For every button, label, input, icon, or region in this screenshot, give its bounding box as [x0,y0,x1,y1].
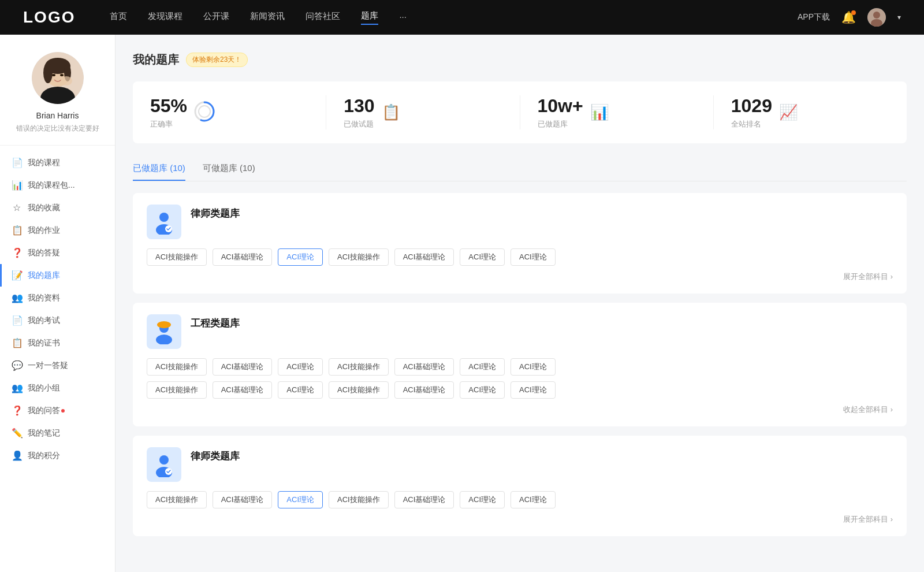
done-banks-value: 10w+ [538,95,583,117]
sidebar-item-favorites[interactable]: ☆ 我的收藏 [0,196,115,219]
tag-1-7[interactable]: ACI技能操作 [147,381,207,399]
tag-2-4[interactable]: ACI基础理论 [394,491,454,508]
tag-2-5[interactable]: ACI理论 [460,491,505,508]
favorites-icon: ☆ [12,202,22,213]
qbank-icon-lawyer-0 [147,205,181,239]
tag-1-5[interactable]: ACI理论 [460,358,505,376]
tag-1-4[interactable]: ACI基础理论 [394,358,454,376]
tag-2-6[interactable]: ACI理论 [511,491,556,508]
tag-1-1[interactable]: ACI基础理论 [213,358,273,376]
sidebar-item-qbank[interactable]: 📝 我的题库 [0,264,115,287]
svg-point-14 [199,106,210,117]
notes-icon: ✏️ [12,428,22,439]
qbank-header-2: 律师类题库 [147,447,893,482]
courses-icon: 📄 [12,157,22,168]
group-icon: 👥 [12,382,22,393]
qbank-item-0: 律师类题库 ACI技能操作 ACI基础理论 ACI理论 ACI技能操作 ACI基… [133,193,907,294]
tag-1-9[interactable]: ACI理论 [278,381,323,399]
exam-icon: 📄 [12,315,22,326]
qbank-tabs: 已做题库 (10) 可做题库 (10) [133,157,907,181]
qbank-title-2: 律师类题库 [191,447,240,463]
sidebar-item-my-qa[interactable]: ❓ 我的问答 [0,399,115,422]
nav-qa[interactable]: 问答社区 [305,11,340,24]
tab-done[interactable]: 已做题库 (10) [133,157,185,181]
course-package-icon: 📊 [12,180,22,191]
tag-1-12[interactable]: ACI理论 [460,381,505,399]
tag-0-4[interactable]: ACI基础理论 [394,248,454,266]
subject-tags-row-2: ACI技能操作 ACI基础理论 ACI理论 ACI技能操作 ACI基础理论 AC… [147,491,893,508]
profile-section: Brian Harris 错误的决定比没有决定要好 [0,35,115,146]
svg-point-11 [61,76,72,86]
accuracy-icon [194,101,215,124]
sidebar-item-course-package[interactable]: 📊 我的课程包... [0,174,115,196]
tag-0-5[interactable]: ACI理论 [460,248,505,266]
nav-more[interactable]: ··· [399,12,407,24]
nav-news[interactable]: 新闻资讯 [250,11,285,24]
tag-1-0[interactable]: ACI技能操作 [147,358,207,376]
sidebar-item-homework[interactable]: 📋 我的作业 [0,219,115,242]
tag-2-2[interactable]: ACI理论 [278,491,323,508]
tag-1-3[interactable]: ACI技能操作 [329,358,389,376]
tag-1-13[interactable]: ACI理论 [511,381,556,399]
sidebar: Brian Harris 错误的决定比没有决定要好 📄 我的课程 📊 我的课程包… [0,35,116,572]
expand-link-2[interactable]: 展开全部科目 › [147,514,893,525]
tag-1-8[interactable]: ACI基础理论 [213,381,273,399]
sidebar-item-exam[interactable]: 📄 我的考试 [0,309,115,332]
stat-done-banks: 10w+ 已做题库 📊 [538,95,714,129]
done-questions-icon: 📋 [382,103,400,121]
svg-point-22 [159,455,169,465]
expand-link-0[interactable]: 展开全部科目 › [147,272,893,282]
qbank-title-0: 律师类题库 [191,205,240,220]
nav-discover[interactable]: 发现课程 [148,11,182,24]
user-avatar-header[interactable] [867,8,886,27]
ranking-label: 全站排名 [731,119,772,129]
subject-tags-row-1a: ACI技能操作 ACI基础理论 ACI理论 ACI技能操作 ACI基础理论 AC… [147,358,893,376]
nav-public-course[interactable]: 公开课 [203,11,229,24]
tag-1-6[interactable]: ACI理论 [511,358,556,376]
sidebar-item-certificate[interactable]: 📋 我的证书 [0,332,115,354]
qbank-list: 律师类题库 ACI技能操作 ACI基础理论 ACI理论 ACI技能操作 ACI基… [133,193,907,536]
svg-point-19 [156,335,172,344]
trial-badge: 体验剩余23天！ [186,53,248,67]
sidebar-item-notes[interactable]: ✏️ 我的笔记 [0,422,115,444]
tag-0-1[interactable]: ACI基础理论 [213,248,273,266]
svg-point-7 [43,62,53,83]
page-header: 我的题库 体验剩余23天！ [133,52,907,68]
tag-1-2[interactable]: ACI理论 [278,358,323,376]
tab-available[interactable]: 可做题库 (10) [203,157,255,181]
sidebar-item-courses[interactable]: 📄 我的课程 [0,151,115,174]
sidebar-item-questions[interactable]: ❓ 我的答疑 [0,242,115,264]
avatar [32,52,84,104]
sidebar-item-profile[interactable]: 👥 我的资料 [0,287,115,309]
nav-home[interactable]: 首页 [110,11,127,24]
tag-2-0[interactable]: ACI技能操作 [147,491,207,508]
svg-point-10 [60,74,64,76]
accuracy-value: 55% [150,95,187,117]
tag-1-11[interactable]: ACI基础理论 [394,381,454,399]
one-on-one-icon: 💬 [12,360,22,371]
nav-questions[interactable]: 题库 [361,10,378,25]
qbank-icon-engineer [147,314,181,349]
stat-done-questions: 130 已做试题 📋 [344,95,520,129]
sidebar-item-points[interactable]: 👤 我的积分 [0,444,115,467]
user-menu-chevron[interactable]: ▾ [897,13,901,21]
tag-0-6[interactable]: ACI理论 [511,248,556,266]
subject-tags-row-0: ACI技能操作 ACI基础理论 ACI理论 ACI技能操作 ACI基础理论 AC… [147,248,893,266]
app-download-link[interactable]: APP下载 [798,12,830,23]
svg-point-9 [52,74,55,76]
main-nav: 首页 发现课程 公开课 新闻资讯 问答社区 题库 ··· [110,10,798,25]
collapse-link-1[interactable]: 收起全部科目 › [147,404,893,415]
sidebar-item-group[interactable]: 👥 我的小组 [0,377,115,399]
ranking-value: 1029 [731,95,772,117]
tag-0-0[interactable]: ACI技能操作 [147,248,207,266]
notification-bell[interactable]: 🔔 [841,10,856,24]
qbank-icon-lawyer-2 [147,447,181,482]
sidebar-item-one-on-one[interactable]: 💬 一对一答疑 [0,354,115,377]
tag-2-3[interactable]: ACI技能操作 [329,491,389,508]
tag-1-10[interactable]: ACI技能操作 [329,381,389,399]
qbank-title-1: 工程类题库 [191,314,240,330]
tag-0-3[interactable]: ACI技能操作 [329,248,389,266]
tag-2-1[interactable]: ACI基础理论 [213,491,273,508]
profile-name: Brian Harris [36,111,79,120]
tag-0-2[interactable]: ACI理论 [278,248,323,266]
